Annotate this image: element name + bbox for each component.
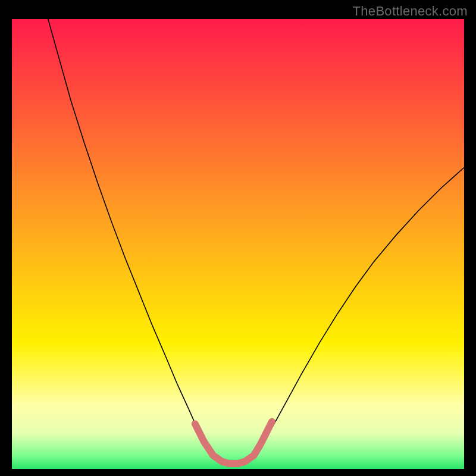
chart-frame: TheBottleneck.com — [0, 0, 476, 476]
watermark-text: TheBottleneck.com — [353, 4, 468, 19]
chart-plot — [12, 19, 464, 469]
gradient-background — [12, 19, 464, 469]
chart-svg — [12, 19, 464, 469]
